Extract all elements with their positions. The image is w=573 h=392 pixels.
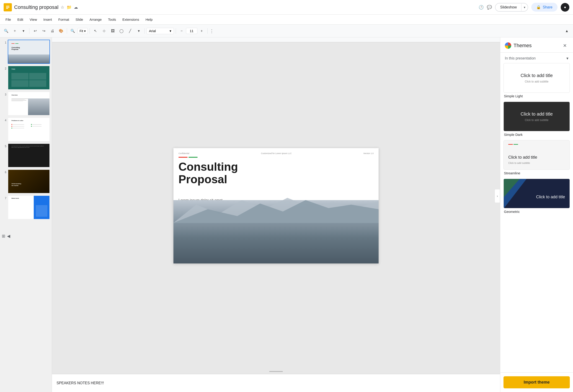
slide-preview-3[interactable]: Overview bbox=[8, 92, 50, 116]
slide-preview-4[interactable]: Problems to solve bbox=[8, 117, 50, 142]
slide-num-1: 1 bbox=[2, 41, 6, 44]
slideshow-dropdown[interactable]: ▾ bbox=[521, 4, 528, 11]
zoom-label: Fit bbox=[80, 29, 83, 33]
slide-preview-1[interactable]: ConsultingProposal Lorem ipsum dolor sit… bbox=[8, 40, 50, 64]
folder-icon[interactable]: 📁 bbox=[67, 5, 72, 10]
font-decrease-button[interactable]: − bbox=[178, 27, 185, 35]
zoom-selector[interactable]: Fit ▾ bbox=[77, 28, 88, 34]
select-tool[interactable]: ⊹ bbox=[100, 27, 108, 35]
font-chevron: ▾ bbox=[170, 29, 171, 33]
font-selector[interactable]: Arial ▾ bbox=[146, 28, 174, 34]
shapes-tool[interactable]: ◯ bbox=[118, 27, 125, 35]
theme-streamline-title: Click to add title bbox=[504, 146, 570, 160]
zoom-chevron: ▾ bbox=[84, 29, 86, 33]
theme-simple-light-name: Simple Light bbox=[503, 94, 570, 98]
main-area: 1 ConsultingProposal Lorem ipsum dolor s… bbox=[0, 37, 573, 392]
menu-format[interactable]: Format bbox=[56, 16, 72, 23]
confidential-label: Confidential bbox=[179, 152, 189, 155]
menu-bar: File Edit View Insert Format Slide Arran… bbox=[0, 15, 573, 25]
theme-simple-dark[interactable]: Click to add title Click to add subtitle… bbox=[503, 102, 570, 137]
comments-icon[interactable]: 💬 bbox=[487, 5, 492, 10]
menu-view[interactable]: View bbox=[27, 16, 40, 23]
themes-chevron-icon[interactable]: ▾ bbox=[566, 56, 569, 61]
collapse-panel-button[interactable]: ◀ bbox=[7, 234, 10, 239]
font-increase-button[interactable]: + bbox=[198, 27, 206, 35]
slide-canvas-wrap[interactable]: Confidential Customized for Lorem Ipsum … bbox=[52, 42, 500, 369]
menu-arrange[interactable]: Arrange bbox=[87, 16, 104, 23]
themes-close-button[interactable]: ✕ bbox=[561, 42, 569, 49]
line-tool[interactable]: ╱ bbox=[126, 27, 134, 35]
menu-extensions[interactable]: Extensions bbox=[120, 16, 142, 23]
notes-text[interactable]: SPEAKERS NOTES HERE!!! bbox=[56, 381, 104, 385]
theme-simple-light-preview[interactable]: Click to add title Click to add subtitle bbox=[503, 63, 570, 93]
search-button[interactable]: 🔍 bbox=[2, 27, 10, 35]
share-button[interactable]: 🔒 Share bbox=[531, 3, 557, 12]
theme-geometric-name: Geometric bbox=[503, 210, 570, 214]
notes-area[interactable]: SPEAKERS NOTES HERE!!! bbox=[52, 374, 500, 392]
slide-preview-2[interactable]: TOC bbox=[8, 66, 50, 90]
doc-title[interactable]: Consulting proposal bbox=[14, 4, 58, 10]
add-button[interactable]: ＋ bbox=[11, 27, 19, 35]
slide-color-bars bbox=[179, 157, 197, 158]
theme-geometric-preview[interactable]: Click to add title bbox=[503, 179, 570, 208]
format-paint-button[interactable]: 🎨 bbox=[57, 27, 65, 35]
cursor-tool[interactable]: ↖ bbox=[92, 27, 99, 35]
slide-canvas[interactable]: Confidential Customized for Lorem Ipsum … bbox=[173, 148, 378, 264]
more-options-button[interactable]: ⋮ bbox=[210, 28, 214, 34]
font-size-input[interactable]: 11 bbox=[186, 28, 197, 34]
lock-icon: 🔒 bbox=[536, 5, 541, 9]
slide-thumb-5[interactable]: 5 Lorem ipsum dolor sit amet, consectetu… bbox=[2, 143, 50, 167]
menu-insert[interactable]: Insert bbox=[41, 16, 55, 23]
top-right: 🕐 💬 Slideshow ▾ 🔒 Share ● bbox=[479, 3, 569, 12]
theme-simple-light[interactable]: Click to add title Click to add subtitle… bbox=[503, 63, 570, 98]
slide-thumb-2[interactable]: 2 TOC bbox=[2, 66, 50, 90]
svg-rect-2 bbox=[6, 7, 10, 8]
avatar[interactable]: ● bbox=[561, 3, 569, 12]
slide-num-3: 3 bbox=[2, 93, 6, 96]
cloud-icon[interactable]: ☁ bbox=[74, 5, 78, 10]
slide-preview-7[interactable]: Market trends bbox=[8, 195, 50, 219]
theme-geometric[interactable]: Click to add title Geometric bbox=[503, 179, 570, 214]
app-logo[interactable] bbox=[4, 3, 12, 11]
toolbar-divider-3 bbox=[90, 28, 90, 34]
menu-help[interactable]: Help bbox=[143, 16, 155, 23]
slide-thumb-7[interactable]: 7 Market trends bbox=[2, 195, 50, 219]
history-icon[interactable]: 🕐 bbox=[479, 5, 484, 10]
slide-panel: 1 ConsultingProposal Lorem ipsum dolor s… bbox=[0, 37, 52, 392]
green-bar bbox=[188, 157, 197, 158]
slide-thumb-3[interactable]: 3 Overview bbox=[2, 92, 50, 116]
zoom-out-button[interactable]: 🔍 bbox=[69, 27, 77, 35]
doc-title-area: Consulting proposal ☆ 📁 ☁ bbox=[14, 4, 476, 10]
slide-thumb-4[interactable]: 4 Problems to solve bbox=[2, 117, 50, 142]
collapse-toolbar-button[interactable]: ▲ bbox=[563, 27, 571, 35]
menu-file[interactable]: File bbox=[3, 16, 14, 23]
import-theme-button[interactable]: Import theme bbox=[503, 376, 570, 388]
print-button[interactable]: 🖨 bbox=[49, 27, 56, 35]
theme-streamline-preview[interactable]: Click to add title Click to add subtitle bbox=[503, 140, 570, 170]
redo-button[interactable]: ↪ bbox=[40, 27, 48, 35]
slide-title[interactable]: ConsultingProposal bbox=[179, 161, 238, 186]
slideshow-button[interactable]: Slideshow bbox=[496, 3, 521, 11]
theme-streamline-subtitle: Click to add subtitle bbox=[504, 160, 570, 164]
slide-preview-6[interactable]: Understandingthe market bbox=[8, 169, 50, 194]
themes-section-header: In this presentation ▾ bbox=[500, 53, 573, 63]
theme-simple-dark-preview[interactable]: Click to add title Click to add subtitle bbox=[503, 102, 570, 131]
grid-view-icon[interactable]: ⊞ bbox=[2, 234, 5, 239]
menu-tools[interactable]: Tools bbox=[105, 16, 119, 23]
scroll-indicator bbox=[52, 369, 500, 374]
slide-area: Confidential Customized for Lorem Ipsum … bbox=[52, 37, 500, 392]
chevron-down-icon[interactable]: ▾ bbox=[20, 27, 27, 35]
undo-button[interactable]: ↩ bbox=[31, 27, 39, 35]
line-dropdown[interactable]: ▾ bbox=[135, 27, 143, 35]
slide-thumb-6[interactable]: 6 Understandingthe market bbox=[2, 169, 50, 194]
right-panel-toggle[interactable]: › bbox=[495, 189, 500, 203]
slide-thumb-1[interactable]: 1 ConsultingProposal Lorem ipsum dolor s… bbox=[2, 40, 50, 64]
mountain-bg bbox=[173, 200, 378, 264]
image-tool[interactable]: 🖼 bbox=[109, 27, 117, 35]
menu-edit[interactable]: Edit bbox=[15, 16, 26, 23]
themes-title-text: Themes bbox=[514, 43, 532, 49]
theme-streamline[interactable]: Click to add title Click to add subtitle… bbox=[503, 140, 570, 175]
slide-preview-5[interactable]: Lorem ipsum dolor sit amet, consectetur … bbox=[8, 143, 50, 167]
star-icon[interactable]: ☆ bbox=[61, 5, 64, 10]
menu-slide[interactable]: Slide bbox=[73, 16, 86, 23]
